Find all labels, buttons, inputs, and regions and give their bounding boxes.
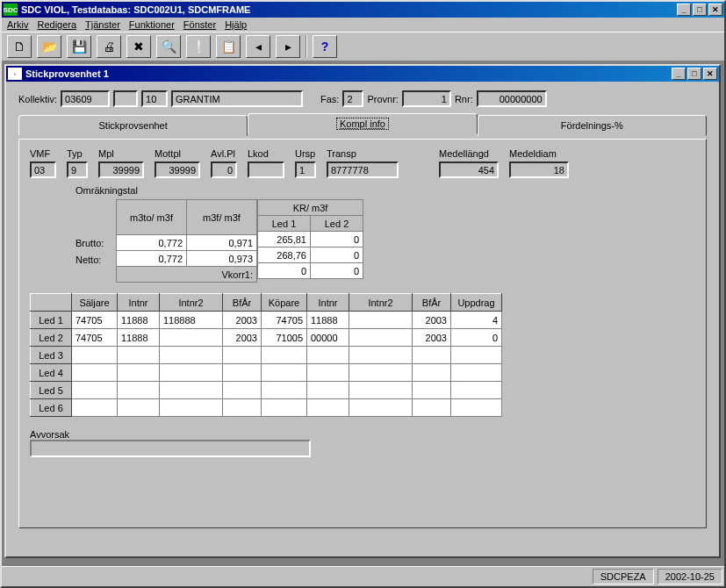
child-close-button[interactable]: ✕ [703, 68, 717, 80]
netto-l2[interactable]: 0 [311, 247, 363, 263]
omrakning-table-right: KR/ m3f Led 1Led 2 265,810 268,760 00 [257, 199, 363, 279]
minimize-button[interactable]: _ [677, 4, 691, 16]
prev-icon[interactable]: ◂ [246, 35, 270, 58]
tab-stickprovsenhet[interactable]: Stickprovsenhet [18, 115, 248, 136]
open-icon[interactable]: 📂 [37, 35, 61, 58]
brutto-c1[interactable]: 0,772 [117, 235, 187, 251]
transp-label: Transp [327, 148, 399, 159]
table-row: Led 6 [31, 399, 502, 417]
medellangd-field[interactable]: 454 [439, 161, 499, 178]
row-led2[interactable]: Led 2 [31, 329, 72, 347]
next-icon[interactable]: ▸ [276, 35, 300, 58]
col-m3to: m3to/ m3f [117, 200, 187, 235]
tab-kompl-info[interactable]: Kompl info [248, 113, 477, 134]
menu-fonster[interactable]: Fönster [183, 19, 216, 30]
mpl-field[interactable]: 39999 [98, 161, 144, 178]
typ-field[interactable]: 9 [67, 161, 88, 178]
vkorr-l2[interactable]: 0 [311, 263, 363, 279]
main-titlebar[interactable]: SDC SDC VIOL, Testdatabas: SDC002U1, SDC… [2, 2, 724, 18]
netto-l1[interactable]: 268,76 [258, 247, 311, 263]
tab-fordelnings[interactable]: Fördelnings-% [478, 115, 707, 136]
col-intnr2-b[interactable]: Intnr2 [349, 294, 413, 312]
vkorr-label: Vkorr1: [117, 267, 257, 283]
row-led1[interactable]: Led 1 [31, 312, 72, 329]
alert-icon[interactable]: ❕ [186, 35, 211, 58]
medellangd-label: Medellängd [439, 148, 499, 159]
delete-icon[interactable]: ✖ [126, 35, 151, 58]
led1-header: Led 1 [258, 216, 311, 232]
main-title: SDC VIOL, Testdatabas: SDC002U1, SDCMFRA… [21, 4, 675, 15]
col-saljare[interactable]: Säljare [72, 294, 118, 312]
blank-field[interactable] [113, 90, 138, 107]
help-icon[interactable]: ? [313, 35, 337, 58]
brutto-l1[interactable]: 265,81 [258, 232, 311, 247]
menu-redigera[interactable]: Redigera [37, 19, 76, 30]
main-window: SDC SDC VIOL, Testdatabas: SDC002U1, SDC… [0, 0, 726, 588]
col-kopare[interactable]: Köpare [262, 294, 307, 312]
kr-header: KR/ m3f [258, 200, 363, 216]
avlpl-field[interactable]: 0 [211, 161, 237, 178]
toolbar-separator [305, 35, 307, 58]
provnr-field[interactable]: 1 [402, 90, 451, 107]
child-maximize-button[interactable]: □ [687, 68, 701, 80]
mpl-label: Mpl [98, 148, 144, 159]
vmf-field[interactable]: 03 [30, 161, 56, 178]
avvorsak-field[interactable] [30, 440, 311, 457]
transp-field[interactable]: 8777778 [327, 161, 399, 178]
netto-c2[interactable]: 0,973 [187, 251, 257, 267]
rnr-field[interactable]: 00000000 [477, 90, 547, 107]
led-grid: Säljare Intnr Intnr2 BfÅr Köpare Intnr I… [30, 293, 502, 417]
provnr-label: Provnr: [367, 94, 398, 104]
table-row: Led 274705118882003710050000020030 [31, 329, 502, 347]
col-intnr2[interactable]: Intnr2 [160, 294, 223, 312]
brutto-c2[interactable]: 0,971 [187, 235, 257, 251]
menu-hjalp[interactable]: Hjälp [225, 19, 247, 30]
brutto-l2[interactable]: 0 [311, 232, 363, 247]
kollektiv-label: Kollektiv: [18, 94, 57, 104]
menu-funktioner[interactable]: Funktioner [129, 19, 175, 30]
typ-label: Typ [67, 148, 88, 159]
led2-header: Led 2 [311, 216, 363, 232]
find-icon[interactable]: 🔍 [156, 35, 181, 58]
row-led4[interactable]: Led 4 [31, 364, 72, 382]
col-intnr-b[interactable]: Intnr [307, 294, 349, 312]
print-icon[interactable]: 🖨 [97, 35, 121, 58]
avlpl-label: Avl.Pl [211, 148, 237, 159]
seq-field[interactable]: 10 [141, 90, 168, 107]
mottpl-field[interactable]: 39999 [155, 161, 200, 178]
menu-tjanster[interactable]: Tjänster [85, 19, 120, 30]
lkod-label: Lkod [248, 148, 284, 159]
lkod-field[interactable] [248, 161, 284, 178]
medeldiam-field[interactable]: 18 [509, 161, 569, 178]
col-intnr[interactable]: Intnr [118, 294, 160, 312]
maximize-button[interactable]: □ [693, 4, 707, 16]
save-icon[interactable]: 💾 [67, 35, 91, 58]
row-led5[interactable]: Led 5 [31, 382, 72, 399]
name-field[interactable]: GRANTIM [171, 90, 303, 107]
omrakning-table-left: m3to/ m3fm3f/ m3f 0,7720,971 0,7720,973 … [116, 199, 257, 283]
fas-field[interactable]: 2 [342, 90, 363, 107]
child-minimize-button[interactable]: _ [672, 68, 686, 80]
brutto-row: 0,7720,971 [117, 235, 257, 251]
kollektiv-field[interactable]: 03609 [61, 90, 110, 107]
col-bfar[interactable]: BfÅr [223, 294, 262, 312]
col-bfar-b[interactable]: BfÅr [413, 294, 451, 312]
row-led3[interactable]: Led 3 [31, 347, 72, 364]
menu-arkiv[interactable]: Arkiv [7, 19, 28, 30]
mottpl-label: Mottpl [155, 148, 200, 159]
child-title: Stickprovsenhet 1 [25, 68, 670, 79]
col-uppdrag[interactable]: Uppdrag [451, 294, 502, 312]
child-titlebar[interactable]: ▫ Stickprovsenhet 1 _ □ ✕ [6, 66, 719, 82]
vkorr-l1[interactable]: 0 [258, 263, 311, 279]
tabstrip: Stickprovsenhet Kompl info Fördelnings-% [18, 114, 707, 135]
ursp-field[interactable]: 1 [295, 161, 316, 178]
new-icon[interactable]: 🗋 [7, 35, 32, 58]
menubar: Arkiv Redigera Tjänster Funktioner Fönst… [2, 18, 724, 32]
tab-panel: VMF03 Typ9 Mpl39999 Mottpl39999 Avl.Pl0 … [18, 139, 707, 528]
status-date: 2002-10-25 [658, 569, 722, 584]
toolbar: 🗋 📂 💾 🖨 ✖ 🔍 ❕ 📋 ◂ ▸ ? [2, 32, 724, 61]
copy-icon[interactable]: 📋 [216, 35, 241, 58]
close-button[interactable]: ✕ [708, 4, 722, 16]
row-led6[interactable]: Led 6 [31, 399, 72, 417]
netto-c1[interactable]: 0,772 [117, 251, 187, 267]
